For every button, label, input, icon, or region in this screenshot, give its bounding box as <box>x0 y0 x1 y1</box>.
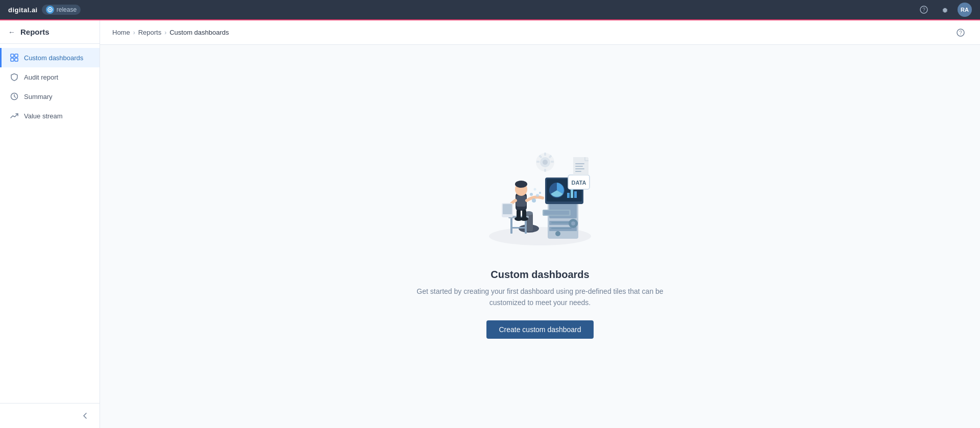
svg-rect-26 <box>574 191 577 198</box>
breadcrumb-home[interactable]: Home <box>112 29 130 36</box>
svg-point-1 <box>49 9 51 11</box>
breadcrumb-reports[interactable]: Reports <box>138 29 162 36</box>
svg-text:?: ? <box>959 30 962 36</box>
svg-point-20 <box>571 221 575 225</box>
breadcrumb-bar: Home › Reports › Custom dashboards ? <box>100 20 980 45</box>
svg-rect-18 <box>551 228 572 229</box>
sidebar-item-custom-dashboards[interactable]: Custom dashboards <box>0 48 100 67</box>
svg-rect-64 <box>544 169 546 172</box>
sidebar-item-label: Value stream <box>24 112 63 120</box>
sidebar-item-audit-report[interactable]: Audit report <box>0 67 100 87</box>
svg-rect-6 <box>11 58 14 61</box>
svg-rect-5 <box>15 54 18 57</box>
svg-rect-58 <box>575 168 584 169</box>
svg-point-48 <box>532 198 536 203</box>
svg-rect-59 <box>575 171 581 172</box>
brand-name: digital.ai <box>8 6 38 14</box>
breadcrumb-help-button[interactable]: ? <box>953 26 968 40</box>
svg-rect-17 <box>551 222 572 223</box>
svg-text:DATA: DATA <box>572 180 586 186</box>
main-layout: ← Reports Custom dashboards <box>0 20 980 428</box>
svg-rect-4 <box>11 54 14 57</box>
svg-point-16 <box>555 231 560 236</box>
navbar-actions: ? RA <box>917 3 972 17</box>
breadcrumb-current: Custom dashboards <box>169 29 229 36</box>
grid-icon <box>10 53 19 62</box>
content-area: Home › Reports › Custom dashboards ? <box>100 20 980 428</box>
svg-point-52 <box>539 192 541 194</box>
svg-rect-35 <box>510 218 512 234</box>
sidebar-footer <box>0 403 100 428</box>
svg-point-51 <box>534 188 536 190</box>
top-navbar: digital.ai release ? RA <box>0 0 980 20</box>
svg-rect-28 <box>557 207 568 209</box>
svg-point-41 <box>515 181 527 188</box>
svg-rect-56 <box>575 163 584 164</box>
empty-state-title: Custom dashboards <box>412 269 668 281</box>
breadcrumb-sep-2: › <box>164 29 166 36</box>
svg-rect-65 <box>536 161 540 163</box>
sidebar-item-summary[interactable]: Summary <box>0 87 100 106</box>
sidebar-item-value-stream[interactable]: Value stream <box>0 106 100 125</box>
user-avatar[interactable]: RA <box>958 3 972 17</box>
shield-icon <box>10 72 19 82</box>
clock-icon <box>10 92 19 101</box>
trending-up-icon <box>10 111 19 120</box>
svg-rect-39 <box>516 195 526 207</box>
release-badge: release <box>42 5 81 15</box>
svg-rect-57 <box>575 166 583 167</box>
empty-state-text: Custom dashboards Get started by creatin… <box>412 269 668 309</box>
settings-button[interactable] <box>937 3 951 17</box>
svg-rect-37 <box>510 227 527 229</box>
sidebar-header[interactable]: ← Reports <box>0 20 100 44</box>
svg-point-62 <box>543 160 548 165</box>
collapse-button[interactable] <box>79 410 91 422</box>
empty-state-container: DATA <box>100 45 980 428</box>
svg-rect-24 <box>567 193 570 198</box>
breadcrumb-sep-1: › <box>133 29 135 36</box>
illustration: DATA <box>474 134 606 257</box>
sidebar-item-label: Summary <box>24 93 53 100</box>
empty-state-description: Get started by creating your first dashb… <box>412 286 668 309</box>
svg-rect-25 <box>571 189 573 198</box>
svg-point-50 <box>530 193 533 196</box>
svg-point-47 <box>520 217 528 221</box>
svg-rect-30 <box>544 211 569 215</box>
brand-area: digital.ai release <box>8 5 81 15</box>
help-button[interactable]: ? <box>917 3 931 17</box>
svg-rect-7 <box>15 58 18 61</box>
release-icon <box>46 6 54 14</box>
svg-text:?: ? <box>922 7 925 13</box>
sidebar-item-label: Audit report <box>24 73 58 81</box>
sidebar: ← Reports Custom dashboards <box>0 20 100 428</box>
release-label: release <box>57 6 77 13</box>
back-icon: ← <box>8 28 15 36</box>
svg-rect-43 <box>503 204 512 214</box>
sidebar-item-label: Custom dashboards <box>24 54 83 62</box>
create-custom-dashboard-button[interactable]: Create custom dashboard <box>486 320 593 339</box>
svg-rect-66 <box>551 161 554 163</box>
svg-point-49 <box>536 194 539 197</box>
sidebar-nav: Custom dashboards Audit report <box>0 44 100 403</box>
svg-rect-63 <box>544 153 546 156</box>
sidebar-title: Reports <box>20 28 50 36</box>
breadcrumb: Home › Reports › Custom dashboards <box>112 29 229 36</box>
